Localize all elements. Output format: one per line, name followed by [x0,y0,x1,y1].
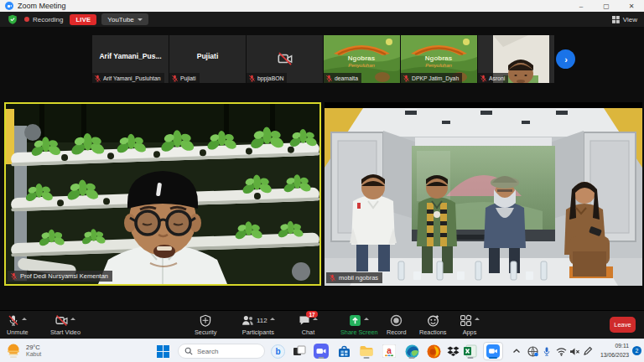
tray-pen-icon[interactable] [579,343,596,359]
zoom-toolbar: Unmute Start Video Security 112 Particip… [0,310,644,339]
minimize-button[interactable]: – [569,0,594,12]
app-icon-a[interactable]: a [381,343,397,359]
svg-text:Ngobras: Ngobras [425,54,453,62]
speaker-name: Prof Dedi Nursyamsi Kementan [20,272,108,280]
zoom-camera-icon [486,344,500,358]
weather-temp: 29°C [26,344,41,351]
notification-badge[interactable]: 2 [632,346,641,355]
youtube-stream-dropdown[interactable]: YouTube [101,13,148,25]
bing-icon: b [271,344,285,359]
tray-expand-button[interactable] [508,343,525,359]
chevron-up-icon[interactable] [270,318,275,320]
start-button[interactable] [154,343,171,359]
weather-widget[interactable]: 29°C Kabut [5,342,41,359]
share-screen-button[interactable]: Share Screen [340,314,378,336]
chevron-up-icon [512,348,521,354]
task-view-icon[interactable] [291,343,308,359]
pen-icon [583,346,593,356]
apps-icon [460,314,472,327]
speaker-nametag: Prof Dedi Nursyamsi Kementan [8,271,112,282]
window-titlebar: Zoom Meeting – ▢ ✕ [0,0,644,12]
filmstrip-next-button[interactable]: › [556,49,575,69]
chevron-up-icon[interactable] [22,318,27,320]
maximize-button[interactable]: ▢ [594,0,619,12]
unmute-button[interactable]: Unmute [7,314,29,336]
weather-condition: Kabut [26,351,41,357]
search-placeholder: Search [197,348,218,355]
view-button[interactable]: View [612,16,637,23]
participant-thumbnail-deamalta[interactable]: Ngobras Penyuluhan deamalta [324,35,400,83]
zoom-active-window-button[interactable] [483,342,503,360]
chevron-up-icon[interactable] [70,318,75,320]
participants-button[interactable]: 112 Participants [242,314,275,336]
live-badge: LIVE [70,14,96,25]
microphone-icon [543,346,551,357]
mic-off-icon [8,314,19,327]
share-screen-label: Share Screen [340,328,378,336]
participant-thumbnail-arif[interactable]: Arif Yamani_Pus... Arif Yamani_Pusluhtan [92,35,169,83]
running-indicator [364,357,370,359]
firefox-icon[interactable] [425,343,442,359]
chat-button[interactable]: 17 Chat [299,314,318,336]
participants-icon [242,314,254,327]
apps-button[interactable]: Apps [460,314,480,336]
edge-swirl-icon [405,344,419,359]
leave-button[interactable]: Leave [610,317,636,333]
screen: Zoom Meeting – ▢ ✕ Recording LIVE YouTub… [0,0,644,362]
chevron-right-icon: › [564,54,568,65]
task-view-glyph [293,344,306,358]
edge-icon[interactable] [403,343,420,359]
record-label: Record [387,328,407,336]
speaker-x-icon [569,347,580,356]
chevron-up-icon[interactable] [364,318,369,320]
search-icon [184,347,193,355]
muted-mic-icon [248,75,256,82]
taskbar-clock[interactable]: 09:11 13/06/2023 [600,342,629,360]
speaker-video-scene [6,104,319,284]
recording-dot-icon [24,17,29,22]
copilot-bing-icon[interactable]: b [269,343,286,359]
muted-mic-icon [94,75,101,82]
start-video-button[interactable]: Start Video [50,314,80,336]
shield-icon [200,314,211,327]
participant-thumbnail-asroni[interactable]: Asroni [478,35,554,83]
excel-x-icon [464,344,477,358]
zoom-pinned-icon[interactable] [313,343,330,359]
participant-thumbnail-dpkp[interactable]: Ngobras Penyuluhan DPKP Jatim_Dyah [401,35,477,83]
youtube-label: YouTube [107,16,133,23]
close-button[interactable]: ✕ [619,0,644,12]
participant-label: deamalta [324,73,361,83]
svg-text:a: a [387,346,392,355]
record-button[interactable]: Record [387,314,407,336]
chevron-up-icon[interactable] [313,318,318,320]
firefox-swirl-icon [427,344,441,359]
chat-unread-badge: 17 [306,311,318,318]
view-label: View [623,16,637,23]
running-indicator [468,357,474,359]
participant-label: Arif Yamani_Pusluhtan [92,73,164,83]
dropbox-icon[interactable] [444,343,461,359]
file-explorer-icon[interactable] [358,343,375,359]
search-box[interactable]: Search [178,344,265,359]
main-video-studio[interactable]: mobil ngobras [325,102,642,286]
muted-mic-icon [325,75,333,82]
dropbox-diamonds-icon [447,345,460,358]
participant-thumbnail-bppja[interactable]: bppjaBON [247,35,323,83]
ms-store-icon[interactable] [335,343,352,359]
excel-icon[interactable] [462,343,479,359]
reactions-icon [427,314,439,327]
muted-mic-icon [480,75,487,82]
a-letter-icon: a [382,344,396,358]
participant-thumbnail-pujiati[interactable]: Pujiati Pujiati [169,35,246,83]
encryption-shield-icon [8,14,18,24]
security-button[interactable]: Security [195,314,216,336]
main-video-speaker[interactable]: Prof Dedi Nursyamsi Kementan [4,102,321,286]
chevron-down-icon [138,18,143,21]
studio-name: mobil ngobras [339,274,378,282]
svg-text:b: b [275,347,280,356]
active-indicator [489,357,497,359]
chevron-up-icon[interactable] [475,318,480,320]
svg-text:Ngobras: Ngobras [348,54,376,62]
reactions-button[interactable]: Reactions [419,314,446,336]
running-indicator [319,357,325,359]
